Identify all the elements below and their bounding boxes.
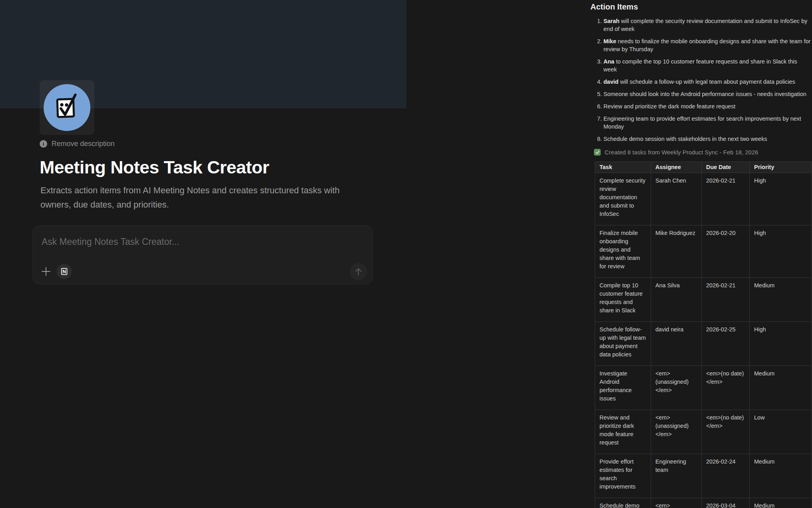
list-item: Review and prioritize the dark mode feat…	[603, 102, 811, 110]
table-cell: Medium	[750, 498, 812, 508]
attach-button[interactable]	[40, 266, 52, 277]
remove-description-label: Remove description	[52, 140, 115, 148]
status-text: Created 8 tasks from Weekly Product Sync…	[605, 149, 758, 156]
table-cell: Complete security review documentation a…	[595, 173, 651, 225]
table-cell: 2026-03-04	[702, 498, 750, 508]
action-items-heading: Action Items	[590, 2, 811, 12]
table-row: Complete security review documentation a…	[595, 173, 812, 225]
table-cell: <em>(no date) </em>	[702, 366, 750, 410]
table-header-task: Task	[595, 162, 651, 173]
table-cell: 2026-02-24	[702, 454, 750, 498]
table-row: Review and prioritize dark mode feature …	[595, 410, 812, 454]
notion-context-button[interactable]	[57, 264, 72, 279]
list-item: david will schedule a follow-up with leg…	[603, 78, 811, 86]
page-icon-button[interactable]	[40, 80, 94, 135]
plus-icon	[41, 266, 51, 277]
table-cell: Sarah Chen	[651, 173, 702, 225]
page-description[interactable]: Extracts action items from AI Meeting No…	[40, 183, 358, 212]
info-icon: i	[40, 140, 47, 148]
checkbox-ballot-emoji-icon	[44, 84, 90, 131]
table-cell: <em>(unassigned) </em>	[651, 498, 702, 508]
table-cell: Finalize mobile onboarding designs and s…	[595, 225, 651, 278]
table-row: Schedule follow-up with legal team about…	[595, 322, 812, 366]
table-cell: Investigate Android performance issues	[595, 366, 651, 410]
table-row: Finalize mobile onboarding designs and s…	[595, 225, 812, 278]
table-cell: Provide effort estimates for search impr…	[595, 454, 651, 498]
list-item: Schedule demo session with stakeholders …	[603, 135, 811, 143]
table-cell: david neira	[651, 322, 702, 366]
table-row: Investigate Android performance issues<e…	[595, 366, 812, 410]
response-panel: Action Items Sarah will complete the sec…	[590, 2, 811, 508]
table-cell: <em>(no date) </em>	[702, 410, 750, 454]
list-item: Someone should look into the Android per…	[603, 90, 811, 98]
table-cell: Engineering team	[651, 454, 702, 498]
list-item: Ana to compile the top 10 customer featu…	[603, 58, 811, 73]
table-header-due-date: Due Date	[702, 162, 750, 173]
table-cell: High	[750, 173, 812, 225]
table-cell: 2026-02-20	[702, 225, 750, 278]
table-cell: Ana Silva	[651, 278, 702, 322]
table-cell: 2026-02-25	[702, 322, 750, 366]
status-row: Created 8 tasks from Weekly Product Sync…	[594, 149, 811, 156]
table-cell: High	[750, 322, 812, 366]
page-title[interactable]: Meeting Notes Task Creator	[40, 157, 269, 178]
prompt-placeholder: Ask Meeting Notes Task Creator...	[42, 237, 179, 247]
tasks-table: TaskAssigneeDue DatePriority Complete se…	[595, 162, 812, 508]
table-header-priority: Priority	[750, 162, 812, 173]
table-row: Compile top 10 customer feature requests…	[595, 278, 812, 322]
notion-logo-icon	[60, 267, 69, 276]
table-cell: 2026-02-21	[702, 278, 750, 322]
list-item: Engineering team to provide effort estim…	[603, 115, 811, 131]
table-row: Provide effort estimates for search impr…	[595, 454, 812, 498]
table-cell: Mike Rodriguez	[651, 225, 702, 278]
table-cell: High	[750, 225, 812, 278]
table-header-row: TaskAssigneeDue DatePriority	[595, 162, 812, 173]
list-item: Sarah will complete the security review …	[603, 17, 811, 33]
table-cell: Medium	[750, 454, 812, 498]
table-cell: Review and prioritize dark mode feature …	[595, 410, 651, 454]
table-cell: Compile top 10 customer feature requests…	[595, 278, 651, 322]
table-cell: Schedule demo session with stakeholders	[595, 498, 651, 508]
table-cell: Medium	[750, 366, 812, 410]
table-header-assignee: Assignee	[651, 162, 702, 173]
arrow-up-icon	[354, 267, 363, 276]
table-cell: Medium	[750, 278, 812, 322]
action-items-list: Sarah will complete the security review …	[590, 17, 811, 143]
list-item: Mike needs to finalize the mobile onboar…	[603, 37, 811, 53]
table-cell: <em>(unassigned) </em>	[651, 410, 702, 454]
green-check-icon	[594, 149, 601, 156]
table-cell: <em>(unassigned) </em>	[651, 366, 702, 410]
remove-description-button[interactable]: i Remove description	[40, 140, 115, 148]
table-row: Schedule demo session with stakeholders<…	[595, 498, 812, 508]
table-cell: 2026-02-21	[702, 173, 750, 225]
prompt-input[interactable]: Ask Meeting Notes Task Creator...	[33, 225, 373, 284]
table-cell: Schedule follow-up with legal team about…	[595, 322, 651, 366]
table-cell: Low	[750, 410, 812, 454]
send-button[interactable]	[350, 263, 367, 280]
tasks-table-body: Complete security review documentation a…	[595, 173, 812, 508]
